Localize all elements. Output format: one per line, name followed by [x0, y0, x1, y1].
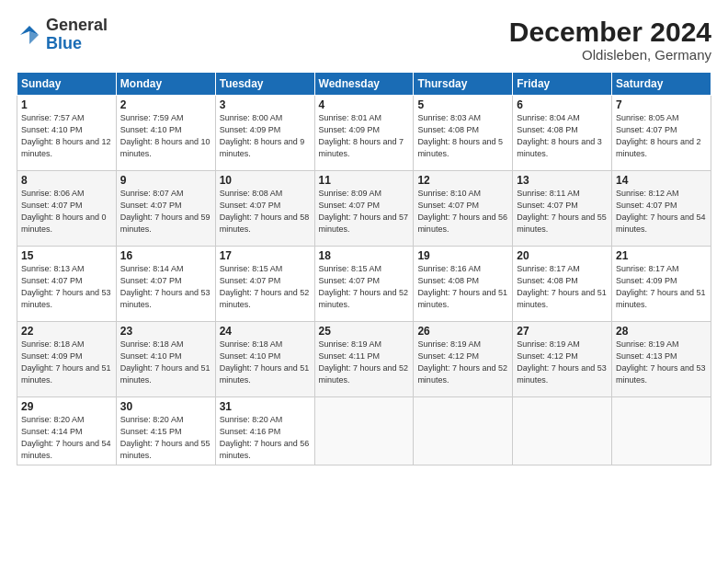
- day-info: Sunrise: 8:20 AMSunset: 4:14 PMDaylight:…: [21, 414, 112, 462]
- page: General Blue December 2024 Oldisleben, G…: [0, 0, 728, 563]
- location: Oldisleben, Germany: [509, 47, 711, 63]
- day-number: 3: [220, 98, 311, 111]
- day-number: 5: [417, 98, 508, 111]
- day-number: 11: [319, 174, 410, 187]
- day-number: 16: [120, 249, 211, 262]
- day-info: Sunrise: 8:12 AMSunset: 4:07 PMDaylight:…: [616, 188, 707, 236]
- calendar-cell: 24Sunrise: 8:18 AMSunset: 4:10 PMDayligh…: [215, 322, 314, 397]
- logo-blue: Blue: [46, 34, 82, 52]
- day-number: 14: [616, 174, 707, 187]
- week-row-5: 29Sunrise: 8:20 AMSunset: 4:14 PMDayligh…: [17, 397, 711, 465]
- calendar-cell: 15Sunrise: 8:13 AMSunset: 4:07 PMDayligh…: [17, 247, 117, 322]
- day-number: 22: [21, 325, 112, 338]
- month-title: December 2024: [509, 17, 711, 47]
- calendar-cell: 3Sunrise: 8:00 AMSunset: 4:09 PMDaylight…: [215, 96, 314, 171]
- week-row-2: 8Sunrise: 8:06 AMSunset: 4:07 PMDaylight…: [17, 171, 711, 247]
- day-info: Sunrise: 8:11 AMSunset: 4:07 PMDaylight:…: [517, 188, 608, 236]
- day-header-thursday: Thursday: [414, 73, 513, 96]
- day-number: 2: [120, 98, 211, 111]
- calendar-cell: [612, 397, 711, 465]
- logo-general: General: [46, 16, 108, 34]
- day-number: 8: [21, 174, 112, 187]
- calendar-cell: 12Sunrise: 8:10 AMSunset: 4:07 PMDayligh…: [414, 171, 513, 247]
- day-header-wednesday: Wednesday: [314, 73, 414, 96]
- calendar-header-row: SundayMondayTuesdayWednesdayThursdayFrid…: [17, 73, 711, 96]
- calendar-cell: 6Sunrise: 8:04 AMSunset: 4:08 PMDaylight…: [513, 96, 612, 171]
- day-number: 17: [220, 249, 311, 262]
- day-number: 28: [616, 325, 707, 338]
- calendar-cell: 25Sunrise: 8:19 AMSunset: 4:11 PMDayligh…: [314, 322, 414, 397]
- day-number: 10: [220, 174, 311, 187]
- day-number: 20: [517, 249, 608, 262]
- calendar-cell: 26Sunrise: 8:19 AMSunset: 4:12 PMDayligh…: [414, 322, 513, 397]
- title-block: December 2024 Oldisleben, Germany: [509, 17, 711, 63]
- logo-icon: [17, 22, 42, 48]
- day-info: Sunrise: 8:13 AMSunset: 4:07 PMDaylight:…: [21, 263, 112, 311]
- calendar-cell: 22Sunrise: 8:18 AMSunset: 4:09 PMDayligh…: [17, 322, 117, 397]
- calendar-cell: [414, 397, 513, 465]
- day-info: Sunrise: 8:03 AMSunset: 4:08 PMDaylight:…: [417, 112, 508, 160]
- day-number: 21: [616, 249, 707, 262]
- calendar-cell: 21Sunrise: 8:17 AMSunset: 4:09 PMDayligh…: [612, 247, 711, 322]
- calendar-cell: 13Sunrise: 8:11 AMSunset: 4:07 PMDayligh…: [513, 171, 612, 247]
- calendar-cell: 16Sunrise: 8:14 AMSunset: 4:07 PMDayligh…: [116, 247, 215, 322]
- calendar-cell: 4Sunrise: 8:01 AMSunset: 4:09 PMDaylight…: [314, 96, 414, 171]
- day-number: 23: [120, 325, 211, 338]
- logo: General Blue: [17, 17, 108, 53]
- svg-marker-1: [29, 31, 39, 44]
- header: General Blue December 2024 Oldisleben, G…: [17, 17, 711, 63]
- day-info: Sunrise: 8:05 AMSunset: 4:07 PMDaylight:…: [616, 112, 707, 160]
- day-info: Sunrise: 8:19 AMSunset: 4:12 PMDaylight:…: [417, 339, 508, 386]
- week-row-4: 22Sunrise: 8:18 AMSunset: 4:09 PMDayligh…: [17, 322, 711, 397]
- day-header-sunday: Sunday: [17, 73, 117, 96]
- calendar-cell: 2Sunrise: 7:59 AMSunset: 4:10 PMDaylight…: [116, 96, 215, 171]
- logo-text: General Blue: [46, 17, 108, 53]
- day-info: Sunrise: 8:09 AMSunset: 4:07 PMDaylight:…: [319, 188, 410, 236]
- day-info: Sunrise: 8:17 AMSunset: 4:09 PMDaylight:…: [616, 263, 707, 311]
- calendar-table: SundayMondayTuesdayWednesdayThursdayFrid…: [17, 72, 711, 465]
- day-info: Sunrise: 8:08 AMSunset: 4:07 PMDaylight:…: [220, 188, 311, 236]
- day-info: Sunrise: 8:19 AMSunset: 4:12 PMDaylight:…: [517, 339, 608, 386]
- calendar-cell: 30Sunrise: 8:20 AMSunset: 4:15 PMDayligh…: [116, 397, 215, 465]
- week-row-1: 1Sunrise: 7:57 AMSunset: 4:10 PMDaylight…: [17, 96, 711, 171]
- calendar-cell: 17Sunrise: 8:15 AMSunset: 4:07 PMDayligh…: [215, 247, 314, 322]
- day-info: Sunrise: 8:18 AMSunset: 4:10 PMDaylight:…: [120, 339, 211, 386]
- day-number: 15: [21, 249, 112, 262]
- calendar-cell: 31Sunrise: 8:20 AMSunset: 4:16 PMDayligh…: [215, 397, 314, 465]
- day-info: Sunrise: 8:17 AMSunset: 4:08 PMDaylight:…: [517, 263, 608, 311]
- day-info: Sunrise: 8:04 AMSunset: 4:08 PMDaylight:…: [517, 112, 608, 160]
- calendar-cell: 28Sunrise: 8:19 AMSunset: 4:13 PMDayligh…: [612, 322, 711, 397]
- calendar-cell: 9Sunrise: 8:07 AMSunset: 4:07 PMDaylight…: [116, 171, 215, 247]
- calendar-cell: 23Sunrise: 8:18 AMSunset: 4:10 PMDayligh…: [116, 322, 215, 397]
- day-info: Sunrise: 8:19 AMSunset: 4:13 PMDaylight:…: [616, 339, 707, 386]
- day-number: 12: [417, 174, 508, 187]
- day-number: 27: [517, 325, 608, 338]
- calendar-cell: [513, 397, 612, 465]
- day-number: 18: [319, 249, 410, 262]
- day-info: Sunrise: 8:20 AMSunset: 4:16 PMDaylight:…: [220, 414, 311, 462]
- day-number: 24: [220, 325, 311, 338]
- day-info: Sunrise: 8:18 AMSunset: 4:09 PMDaylight:…: [21, 339, 112, 386]
- day-info: Sunrise: 8:18 AMSunset: 4:10 PMDaylight:…: [220, 339, 311, 386]
- day-header-monday: Monday: [116, 73, 215, 96]
- calendar-cell: 10Sunrise: 8:08 AMSunset: 4:07 PMDayligh…: [215, 171, 314, 247]
- day-number: 30: [120, 400, 211, 413]
- day-info: Sunrise: 8:14 AMSunset: 4:07 PMDaylight:…: [120, 263, 211, 311]
- day-info: Sunrise: 8:19 AMSunset: 4:11 PMDaylight:…: [319, 339, 410, 386]
- day-info: Sunrise: 8:01 AMSunset: 4:09 PMDaylight:…: [319, 112, 410, 160]
- calendar-cell: 19Sunrise: 8:16 AMSunset: 4:08 PMDayligh…: [414, 247, 513, 322]
- day-info: Sunrise: 8:15 AMSunset: 4:07 PMDaylight:…: [220, 263, 311, 311]
- calendar-cell: 1Sunrise: 7:57 AMSunset: 4:10 PMDaylight…: [17, 96, 117, 171]
- day-number: 29: [21, 400, 112, 413]
- calendar-cell: 8Sunrise: 8:06 AMSunset: 4:07 PMDaylight…: [17, 171, 117, 247]
- calendar-cell: 14Sunrise: 8:12 AMSunset: 4:07 PMDayligh…: [612, 171, 711, 247]
- day-info: Sunrise: 8:00 AMSunset: 4:09 PMDaylight:…: [220, 112, 311, 160]
- day-info: Sunrise: 8:15 AMSunset: 4:07 PMDaylight:…: [319, 263, 410, 311]
- calendar-cell: 5Sunrise: 8:03 AMSunset: 4:08 PMDaylight…: [414, 96, 513, 171]
- day-info: Sunrise: 7:57 AMSunset: 4:10 PMDaylight:…: [21, 112, 112, 160]
- day-header-tuesday: Tuesday: [215, 73, 314, 96]
- week-row-3: 15Sunrise: 8:13 AMSunset: 4:07 PMDayligh…: [17, 247, 711, 322]
- day-number: 6: [517, 98, 608, 111]
- calendar-cell: 27Sunrise: 8:19 AMSunset: 4:12 PMDayligh…: [513, 322, 612, 397]
- calendar-cell: 20Sunrise: 8:17 AMSunset: 4:08 PMDayligh…: [513, 247, 612, 322]
